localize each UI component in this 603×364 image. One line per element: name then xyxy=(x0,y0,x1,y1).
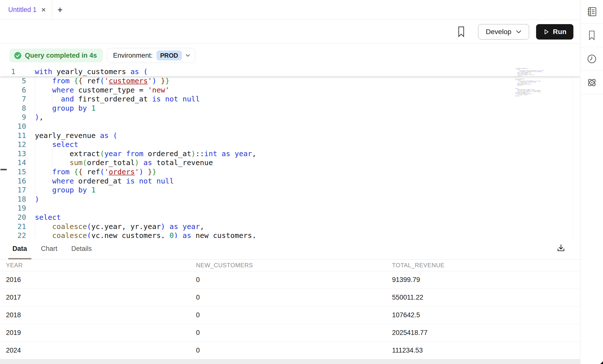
line-number[interactable]: 8 xyxy=(0,104,26,113)
horizontal-scrollbar[interactable] xyxy=(0,359,580,364)
code-line[interactable]: 10 xyxy=(0,122,580,131)
table-row[interactable]: 201902025418.77 xyxy=(0,324,580,342)
table-cell: 91399.79 xyxy=(392,271,580,289)
window-resize-grip[interactable] xyxy=(600,361,603,364)
code-line[interactable]: 22 coalesce(yc.new_customers, 0) as new_… xyxy=(0,231,580,238)
notebook-panel-button[interactable] xyxy=(580,0,603,24)
column-header: NEW_CUSTOMERS xyxy=(196,260,392,271)
code-text[interactable]: yearly_revenue as ( xyxy=(35,131,117,140)
code-text[interactable]: group by 1 xyxy=(35,185,96,195)
tab-data[interactable]: Data xyxy=(12,238,27,259)
sql-code-editor[interactable]: 1with yearly_customers as ( 5 from {{ re… xyxy=(0,67,580,238)
tab-data-label: Data xyxy=(12,245,27,253)
bookmark-button[interactable] xyxy=(457,26,465,38)
code-line[interactable]: 17 group by 1 xyxy=(0,185,580,195)
code-text[interactable]: ) xyxy=(35,195,39,204)
new-tab-button[interactable]: + xyxy=(52,0,68,20)
history-panel-button[interactable] xyxy=(580,47,603,71)
app-logo-icon xyxy=(586,77,597,88)
download-results-button[interactable] xyxy=(556,244,565,253)
app-logo-button[interactable] xyxy=(580,71,603,94)
code-text[interactable]: ), xyxy=(35,113,44,122)
line-number[interactable]: 18 xyxy=(0,195,26,204)
query-status-row: Query completed in 4s Environment: PROD xyxy=(0,44,580,67)
line-number[interactable]: 5 xyxy=(0,76,26,86)
code-text[interactable]: from {{ ref('orders') }} xyxy=(35,167,156,177)
table-row[interactable]: 2016091399.79 xyxy=(0,271,580,289)
results-panel: Data Chart Details YEARNEW_CUSTOMERSTOTA… xyxy=(0,238,580,364)
code-text[interactable]: sum(order_total) as total_revenue xyxy=(35,158,213,167)
line-number[interactable]: 1 xyxy=(0,67,15,76)
line-number[interactable]: 16 xyxy=(0,177,26,186)
line-number[interactable]: 12 xyxy=(0,140,26,149)
code-text[interactable]: coalesce(yc.new_customers, 0) as new_cus… xyxy=(35,231,256,238)
line-number[interactable]: 13 xyxy=(0,149,26,158)
code-line[interactable]: 11yearly_revenue as ( xyxy=(0,131,580,140)
tab-chart[interactable]: Chart xyxy=(41,238,57,259)
minimap[interactable]: with yearly_customers as ( select extrac… xyxy=(515,68,545,96)
status-badge: Query completed in 4s xyxy=(9,48,103,62)
code-line[interactable]: 16 where ordered_at is not null xyxy=(0,177,580,186)
table-row[interactable]: 20180107642.5 xyxy=(0,306,580,324)
line-number[interactable]: 9 xyxy=(0,113,26,122)
code-text[interactable]: select xyxy=(35,213,61,222)
table-row[interactable]: 20170550011.22 xyxy=(0,289,580,306)
code-line[interactable]: 15 from {{ ref('orders') }} xyxy=(0,167,580,177)
code-line[interactable]: 12 select xyxy=(0,140,580,149)
line-number[interactable]: 22 xyxy=(0,231,26,238)
code-line[interactable]: 13 extract(year from ordered_at)::int as… xyxy=(0,149,580,158)
line-number[interactable]: 11 xyxy=(0,131,26,140)
table-cell: 2025418.77 xyxy=(392,324,580,342)
overview-ruler xyxy=(573,67,580,238)
develop-dropdown[interactable]: Develop xyxy=(478,24,529,40)
line-number[interactable]: 7 xyxy=(0,94,26,104)
table-cell: 2017 xyxy=(0,289,196,306)
scrollbar-thumb[interactable] xyxy=(0,169,7,170)
code-text[interactable]: extract(year from ordered_at)::int as ye… xyxy=(35,149,256,158)
code-line[interactable]: 5 from {{ ref('customers') }} xyxy=(0,76,580,86)
sql-ide-window: Untitled 1 ✕ + Develop Run xyxy=(0,0,603,364)
line-number[interactable]: 20 xyxy=(0,213,26,222)
code-line[interactable]: 14 sum(order_total) as total_revenue xyxy=(0,158,580,167)
notebook-icon xyxy=(586,6,597,17)
table-cell: 0 xyxy=(196,289,392,306)
table-cell: 0 xyxy=(196,271,392,289)
code-text[interactable]: group by 1 xyxy=(35,104,96,113)
code-line[interactable]: 7 and first_ordered_at is not null xyxy=(0,94,580,104)
line-number[interactable]: 6 xyxy=(0,86,26,95)
code-line[interactable]: 6 where customer_type = 'new' xyxy=(0,86,580,95)
chevron-down-icon xyxy=(186,54,190,57)
code-line[interactable]: 18) xyxy=(0,195,580,204)
line-number[interactable]: 10 xyxy=(0,122,26,131)
bookmarks-panel-button[interactable] xyxy=(580,24,603,47)
download-icon xyxy=(556,244,565,253)
line-number[interactable]: 19 xyxy=(0,204,26,213)
code-line[interactable]: 20select xyxy=(0,213,580,222)
tab-untitled-1[interactable]: Untitled 1 ✕ xyxy=(0,0,52,20)
code-line[interactable]: 8 group by 1 xyxy=(0,104,580,113)
minimap-line: order by 1 xyxy=(515,95,545,96)
table-row[interactable]: 20240111234.53 xyxy=(0,342,580,359)
query-toolbar: Develop Run xyxy=(0,20,580,44)
code-text[interactable]: with yearly_customers as ( xyxy=(35,67,148,76)
sticky-code-line[interactable]: 1with yearly_customers as ( xyxy=(0,67,580,76)
close-icon[interactable]: ✕ xyxy=(41,7,46,13)
code-line[interactable]: 19 xyxy=(0,204,580,213)
code-line[interactable]: 21 coalesce(yc.year, yr.year) as year, xyxy=(0,222,580,231)
code-text[interactable]: from {{ ref('customers') }} xyxy=(35,76,169,86)
environment-selector[interactable]: Environment: PROD xyxy=(107,48,195,63)
line-number[interactable]: 14 xyxy=(0,158,26,167)
code-text[interactable]: and first_ordered_at is not null xyxy=(35,94,200,104)
code-text[interactable]: select xyxy=(35,140,78,149)
tab-chart-label: Chart xyxy=(41,245,57,253)
line-number[interactable]: 21 xyxy=(0,222,26,231)
code-text[interactable]: where customer_type = 'new' xyxy=(35,86,169,95)
tab-details[interactable]: Details xyxy=(71,238,92,259)
code-line[interactable]: 9), xyxy=(0,113,580,122)
line-number[interactable]: 17 xyxy=(0,185,26,195)
run-button[interactable]: Run xyxy=(536,24,573,40)
table-cell: 2019 xyxy=(0,324,196,342)
code-text[interactable]: where ordered_at is not null xyxy=(35,177,174,186)
code-text[interactable]: coalesce(yc.year, yr.year) as year, xyxy=(35,222,204,231)
table-cell: 0 xyxy=(196,342,392,359)
